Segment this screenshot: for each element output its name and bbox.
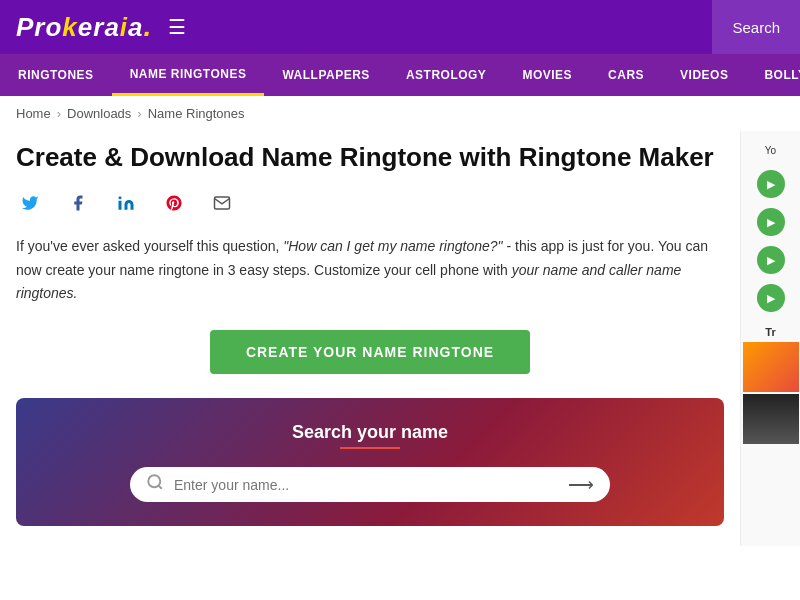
social-share-bar	[16, 189, 724, 217]
email-share-button[interactable]	[208, 189, 236, 217]
sidebar-arrow-3[interactable]	[757, 246, 785, 274]
logo-text[interactable]: Prokeraia.	[16, 11, 152, 43]
breadcrumb-sep-1: ›	[57, 106, 61, 121]
nav-name-ringtones[interactable]: NAME RINGTONES	[112, 54, 265, 96]
nav-ringtones[interactable]: RINGTONES	[0, 54, 112, 96]
nav-astrology[interactable]: ASTROLOGY	[388, 54, 505, 96]
sidebar-you-label: Yo	[741, 141, 800, 160]
svg-line-1	[158, 486, 161, 489]
hamburger-icon[interactable]: ☰	[168, 15, 186, 39]
page-title: Create & Download Name Ringtone with Rin…	[16, 141, 724, 175]
main-content: Create & Download Name Ringtone with Rin…	[0, 131, 740, 546]
sidebar: Yo Tr	[740, 131, 800, 546]
search-input-wrapper: ⟶	[130, 467, 610, 502]
search-section-underline	[340, 447, 400, 449]
breadcrumb-sep-2: ›	[137, 106, 141, 121]
nav-bollywood[interactable]: BOLLY...	[746, 54, 800, 96]
search-icon	[146, 473, 164, 496]
logo: Prokeraia. ☰	[16, 11, 186, 43]
nav-movies[interactable]: MOVIES	[504, 54, 590, 96]
breadcrumb-home[interactable]: Home	[16, 106, 51, 121]
sidebar-arrow-2[interactable]	[757, 208, 785, 236]
breadcrumb: Home › Downloads › Name Ringtones	[0, 96, 800, 131]
main-nav: RINGTONES NAME RINGTONES WALLPAPERS ASTR…	[0, 54, 800, 96]
breadcrumb-current: Name Ringtones	[148, 106, 245, 121]
nav-cars[interactable]: CARS	[590, 54, 662, 96]
create-ringtone-button[interactable]: CREATE YOUR NAME RINGTONE	[210, 330, 530, 374]
cta-wrapper: CREATE YOUR NAME RINGTONE	[16, 330, 724, 374]
breadcrumb-downloads[interactable]: Downloads	[67, 106, 131, 121]
sidebar-arrow-4[interactable]	[757, 284, 785, 312]
sidebar-image-2	[743, 394, 799, 444]
desc-quote: "How can I get my name ringtone?"	[283, 238, 502, 254]
logo-dot: i	[120, 12, 128, 42]
linkedin-share-button[interactable]	[112, 189, 140, 217]
main-layout: Create & Download Name Ringtone with Rin…	[0, 131, 800, 546]
nav-videos[interactable]: VIDEOS	[662, 54, 746, 96]
header-search-button[interactable]: Search	[712, 0, 800, 54]
facebook-share-button[interactable]	[64, 189, 92, 217]
sidebar-trending-label: Tr	[741, 322, 800, 338]
sidebar-arrow-1[interactable]	[757, 170, 785, 198]
logo-highlight: k	[62, 12, 77, 42]
search-section: Search your name ⟶	[16, 398, 724, 526]
twitter-share-button[interactable]	[16, 189, 44, 217]
pinterest-share-button[interactable]	[160, 189, 188, 217]
search-section-title: Search your name	[36, 422, 704, 443]
nav-wallpapers[interactable]: WALLPAPERS	[264, 54, 387, 96]
page-description: If you've ever asked yourself this quest…	[16, 235, 724, 306]
desc-part1: If you've ever asked yourself this quest…	[16, 238, 283, 254]
name-search-input[interactable]	[174, 477, 568, 493]
sidebar-arrows	[741, 160, 800, 322]
search-submit-arrow[interactable]: ⟶	[568, 474, 594, 496]
sidebar-image-1	[743, 342, 799, 392]
header: Prokeraia. ☰ Search	[0, 0, 800, 54]
svg-point-0	[148, 475, 160, 487]
